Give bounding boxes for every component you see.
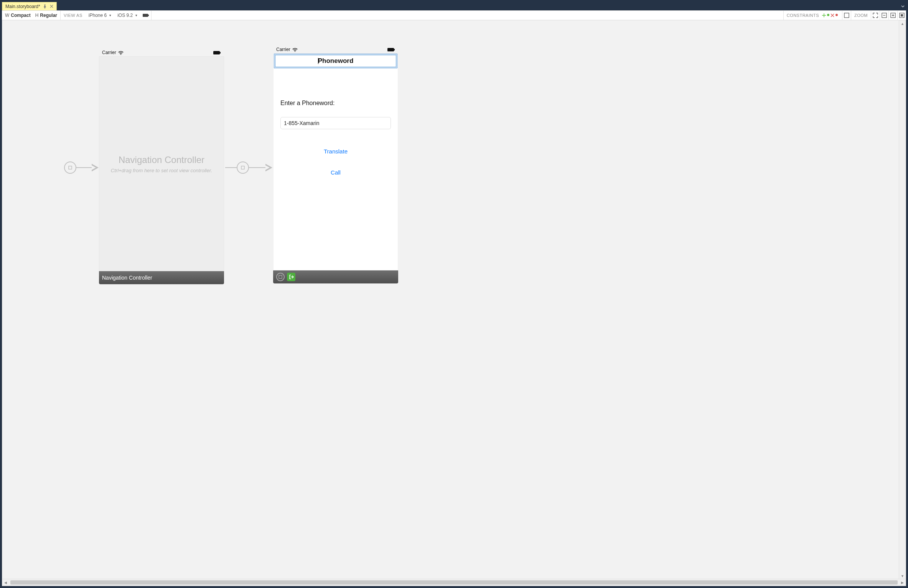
vertical-scrollbar[interactable]: ▲ ▼	[899, 20, 906, 579]
phoneword-input-value: 1-855-Xamarin	[284, 120, 320, 126]
navigation-bar-selection[interactable]: Phoneword	[274, 54, 397, 68]
size-h-label: H	[35, 13, 39, 18]
orientation-toggle[interactable]	[140, 11, 152, 20]
zoom-actual-icon[interactable]	[897, 11, 906, 20]
close-icon[interactable]	[49, 5, 54, 8]
phoneword-input[interactable]: 1-855-Xamarin	[280, 117, 391, 129]
battery-icon	[387, 48, 395, 51]
nav-controller-title: Navigation Controller	[119, 155, 204, 165]
svg-rect-8	[241, 166, 244, 169]
view-as-label: VIEW AS	[64, 13, 82, 18]
navigation-controller-body[interactable]: Navigation Controller Ctrl+drag from her…	[99, 56, 224, 271]
svg-rect-2	[844, 13, 849, 18]
svg-rect-1	[148, 15, 149, 16]
scene-dock[interactable]: Navigation Controller	[99, 271, 224, 284]
status-bar: Carrier	[99, 49, 224, 56]
exit-icon[interactable]	[287, 273, 295, 281]
scene-dock[interactable]	[273, 270, 398, 283]
size-h-value: Regular	[40, 13, 57, 18]
entry-point-icon	[64, 161, 76, 174]
svg-rect-15	[279, 275, 282, 278]
scroll-left-icon[interactable]: ◀	[2, 579, 9, 586]
zoom-in-icon[interactable]	[888, 11, 897, 20]
constraint-add-icon[interactable]	[822, 13, 826, 18]
status-bar: Carrier	[273, 46, 398, 53]
constraint-red-dot-icon	[835, 14, 838, 16]
constraint-remove-icon[interactable]	[830, 13, 835, 18]
wifi-icon	[292, 48, 298, 52]
size-class-selector[interactable]: W Compact H Regular	[2, 11, 61, 20]
svg-rect-6	[901, 14, 903, 16]
constraints-label: CONSTRAINTS	[787, 13, 819, 18]
scene-dock-label: Navigation Controller	[102, 275, 152, 281]
zoom-label: ZOOM	[854, 13, 868, 18]
navigation-controller-scene[interactable]: Carrier Navigation Controller Ctrl+drag …	[99, 49, 224, 284]
view-controller-body[interactable]: Phoneword Enter a Phoneword: 1-855-Xamar…	[273, 53, 398, 270]
svg-point-12	[295, 51, 295, 52]
root-view-segue[interactable]	[225, 161, 272, 174]
horizontal-scrollbar[interactable]: ◀ ▶	[2, 579, 906, 586]
device-value: iPhone 6	[89, 13, 107, 18]
tab-overflow-icon[interactable]	[899, 2, 906, 10]
storyboard-canvas[interactable]: Carrier Navigation Controller Ctrl+drag …	[2, 20, 899, 579]
document-tab-title: Main.storyboard*	[5, 4, 40, 9]
entry-point-segue[interactable]	[64, 161, 99, 174]
document-tab-bar: Main.storyboard*	[2, 2, 906, 10]
svg-rect-10	[213, 51, 220, 54]
call-button[interactable]: Call	[274, 169, 398, 176]
navigation-bar-title[interactable]: Phoneword	[318, 57, 354, 65]
size-w-label: W	[5, 13, 9, 18]
carrier-label: Carrier	[276, 47, 290, 52]
scrollbar-thumb[interactable]	[10, 580, 898, 585]
phoneword-label[interactable]: Enter a Phoneword:	[280, 100, 335, 107]
constraint-green-dot-icon	[827, 14, 829, 16]
svg-point-9	[120, 54, 121, 55]
designer-toolbar: W Compact H Regular VIEW AS iPhone 6 iOS…	[2, 10, 906, 20]
svg-rect-11	[220, 52, 221, 53]
segue-icon	[237, 161, 249, 174]
svg-rect-0	[143, 14, 148, 17]
pin-icon[interactable]	[43, 5, 47, 8]
os-dropdown[interactable]: iOS 9.2	[114, 11, 140, 20]
constraints-frame-icon[interactable]	[842, 11, 851, 20]
svg-rect-14	[394, 49, 395, 50]
wifi-icon	[118, 51, 124, 55]
device-dropdown[interactable]: iPhone 6	[86, 11, 114, 20]
os-value: iOS 9.2	[117, 13, 133, 18]
battery-icon	[213, 51, 221, 54]
scroll-down-icon[interactable]: ▼	[899, 573, 906, 579]
size-w-value: Compact	[11, 13, 30, 18]
carrier-label: Carrier	[102, 50, 116, 55]
scroll-right-icon[interactable]: ▶	[899, 579, 906, 586]
svg-rect-13	[387, 48, 394, 51]
text-caret	[318, 58, 318, 64]
nav-controller-hint: Ctrl+drag from here to set root view con…	[111, 168, 212, 173]
storyboard-canvas-container: Carrier Navigation Controller Ctrl+drag …	[2, 20, 906, 586]
translate-button[interactable]: Translate	[274, 148, 398, 155]
zoom-fit-icon[interactable]	[871, 11, 880, 20]
svg-rect-7	[69, 166, 72, 169]
zoom-out-icon[interactable]	[880, 11, 888, 20]
scroll-up-icon[interactable]: ▲	[899, 20, 906, 27]
first-responder-icon[interactable]	[276, 273, 285, 281]
view-controller-scene[interactable]: Carrier Phoneword	[273, 46, 398, 283]
document-tab[interactable]: Main.storyboard*	[2, 2, 57, 10]
